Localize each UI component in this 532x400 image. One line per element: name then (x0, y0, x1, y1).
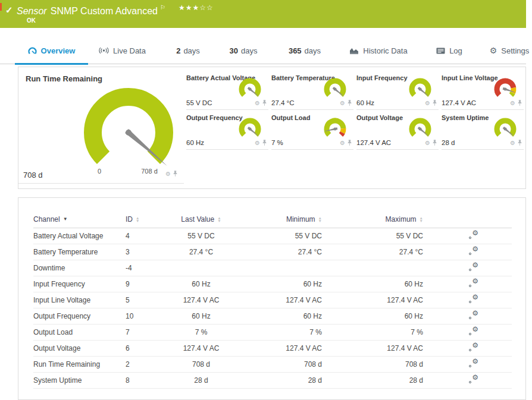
tab-2-days[interactable]: 2days (167, 37, 209, 64)
sensor-status-header: ✓ SensorSNMP Custom Advanced⚐ ★★★☆☆ OK (0, 0, 526, 28)
small-gear-icon (469, 237, 471, 239)
channel-settings-cell: ⚙ (435, 308, 512, 324)
channel-name[interactable]: Battery Actual Voltage (33, 228, 126, 244)
small-gear-icon (469, 301, 471, 303)
gauge-icons: ⚙ (340, 137, 352, 147)
channel-settings-cell: ⚙ (435, 260, 512, 276)
sort-icon: ▲▼ (136, 216, 139, 222)
pin-icon[interactable] (517, 99, 522, 106)
main-gauge-panel: Run Time Remaining 0 708 d 708 d ⚙ (18, 67, 184, 184)
table-row: Output Voltage6127.4 V AC127.4 V AC127.4… (33, 340, 512, 356)
live-data-icon (99, 47, 109, 54)
gauge-value: 28 d (442, 139, 455, 146)
log-icon (436, 48, 445, 54)
gear-icon[interactable]: ⚙ (255, 140, 260, 146)
status-badge: OK (27, 17, 36, 24)
channel-settings-icon[interactable]: ⚙ (468, 375, 478, 383)
tab-30-days[interactable]: 30days (222, 37, 265, 64)
channel-name[interactable]: System Uptime (33, 372, 126, 388)
gear-icon[interactable]: ⚙ (255, 100, 260, 106)
gear-icon[interactable]: ⚙ (510, 140, 515, 146)
gauge-title: Input Line Voltage (442, 74, 498, 81)
pin-icon[interactable] (347, 99, 352, 106)
column-header-channel[interactable]: Channel▼ (33, 211, 126, 228)
tab-365-days[interactable]: 365days (280, 37, 330, 64)
tab-number: 2 (176, 46, 180, 55)
channel-name[interactable]: Run Time Remaining (33, 356, 126, 372)
channel-name[interactable]: Output Load (33, 324, 126, 340)
table-row: Input Line Voltage5127.4 V AC127.4 V AC1… (33, 292, 512, 308)
gear-icon: ⚙ (472, 310, 478, 317)
channel-settings-icon[interactable]: ⚙ (468, 359, 478, 367)
channel-maximum: 127.4 V AC (334, 340, 435, 356)
gear-icon[interactable]: ⚙ (425, 100, 430, 106)
channel-name[interactable]: Input Line Voltage (33, 292, 126, 308)
channel-settings-icon[interactable]: ⚙ (468, 231, 478, 239)
channel-name[interactable]: Input Frequency (33, 276, 126, 292)
main-gauge-icons: ⚙ (165, 168, 178, 178)
gear-icon[interactable]: ⚙ (340, 100, 345, 106)
channel-table: Channel▼ID▲▼Last Value▲▼Minimum▲▼Maximum… (33, 211, 512, 389)
gear-icon[interactable]: ⚙ (340, 140, 345, 146)
gauge-panel-output-load: Output Load7 %⚙ (271, 113, 353, 150)
channel-maximum: 7 % (334, 324, 435, 340)
pin-icon[interactable] (347, 139, 352, 146)
channel-settings-icon[interactable]: ⚙ (468, 279, 478, 287)
gauge-min-label: 0 (93, 168, 106, 175)
channel-name[interactable]: Output Frequency (33, 308, 126, 324)
channel-table-panel: Channel▼ID▲▼Last Value▲▼Minimum▲▼Maximum… (18, 197, 526, 400)
channel-maximum: 60 Hz (334, 308, 435, 324)
channel-settings-icon[interactable]: ⚙ (468, 247, 478, 255)
tab-settings[interactable]: ⚙Settings (487, 37, 532, 64)
gear-icon[interactable]: ⚙ (510, 100, 515, 106)
small-gear-icon (469, 317, 471, 319)
column-header-minimum[interactable]: Minimum▲▼ (241, 211, 334, 228)
tab-live-data[interactable]: Live Data (88, 37, 157, 64)
gear-icon[interactable]: ⚙ (425, 140, 430, 146)
gauge-icon (28, 47, 37, 55)
stars-filled: ★★★ (179, 4, 199, 12)
gear-icon: ⚙ (472, 278, 478, 285)
priority-stars[interactable]: ★★★☆☆ (179, 4, 214, 12)
gear-icon: ⚙ (472, 294, 478, 301)
channel-settings-icon[interactable]: ⚙ (468, 263, 478, 271)
channel-settings-cell: ⚙ (435, 228, 512, 244)
sort-icon: ▲▼ (420, 216, 423, 222)
channel-name[interactable]: Downtime (33, 260, 126, 276)
channel-settings-icon[interactable]: ⚙ (468, 327, 478, 335)
column-header-id[interactable]: ID▲▼ (126, 211, 161, 228)
pin-icon[interactable] (517, 139, 522, 146)
gauge-icons: ⚙ (510, 97, 522, 108)
run-time-remaining-gauge (74, 79, 183, 182)
channel-name[interactable]: Battery Temperature (33, 244, 126, 260)
tab-historic-data[interactable]: Historic Data (343, 37, 414, 64)
sort-icon: ▲▼ (318, 216, 322, 222)
gauge-panel-input-line-voltage: Input Line Voltage127.4 V AC⚙ (442, 73, 524, 110)
channel-settings-icon[interactable]: ⚙ (468, 311, 478, 319)
pin-icon[interactable] (262, 99, 267, 106)
tab-number: 30 (230, 46, 238, 55)
gear-icon[interactable]: ⚙ (165, 171, 171, 177)
pin-icon[interactable] (432, 139, 437, 146)
channel-settings-icon[interactable]: ⚙ (468, 295, 478, 303)
column-header-maximum[interactable]: Maximum▲▼ (334, 211, 435, 228)
tab-log[interactable]: Log (430, 37, 469, 64)
tab-overview[interactable]: Overview (15, 37, 88, 64)
table-row: System Uptime828 d28 d28 d⚙ (33, 372, 512, 388)
flag-icon[interactable]: ⚐ (160, 4, 165, 11)
channel-settings-cell: ⚙ (435, 356, 512, 372)
gauge-icons: ⚙ (510, 137, 522, 147)
column-header-last-value[interactable]: Last Value▲▼ (161, 211, 241, 228)
pin-icon[interactable] (262, 139, 267, 146)
column-header-settings (435, 211, 512, 228)
table-row: Run Time Remaining2708 d708 d708 d⚙ (33, 356, 512, 372)
gauge-panel-battery-temperature: Battery Temperature27.4 °C⚙ (271, 73, 353, 110)
channel-minimum: 127.4 V AC (241, 340, 334, 356)
small-gear-icon (469, 381, 471, 383)
small-gear-icon (469, 333, 471, 335)
channel-name[interactable]: Output Voltage (33, 340, 126, 356)
pin-icon[interactable] (432, 99, 437, 106)
channel-settings-icon[interactable]: ⚙ (468, 343, 478, 351)
table-header-row: Channel▼ID▲▼Last Value▲▼Minimum▲▼Maximum… (33, 211, 512, 228)
pin-icon[interactable] (173, 170, 178, 177)
